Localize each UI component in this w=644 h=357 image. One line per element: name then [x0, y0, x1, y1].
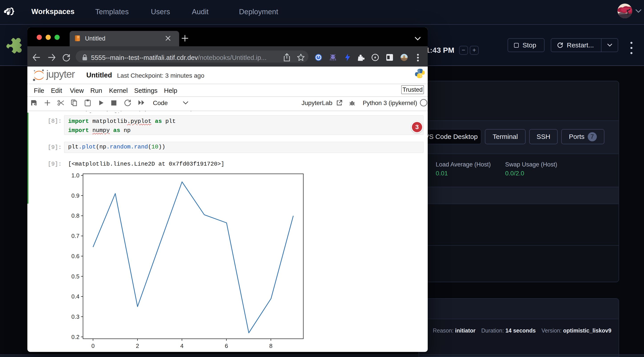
svg-text:0: 0 — [92, 342, 94, 349]
svg-text:0.2: 0.2 — [72, 334, 80, 340]
svg-text:0.7: 0.7 — [72, 232, 80, 239]
svg-text:0.9: 0.9 — [72, 192, 80, 199]
svg-text:1.0: 1.0 — [72, 172, 80, 179]
svg-text:2: 2 — [136, 342, 139, 349]
svg-text:0.5: 0.5 — [72, 273, 80, 280]
svg-text:8: 8 — [269, 342, 272, 349]
svg-text:4: 4 — [180, 342, 183, 349]
svg-text:0.6: 0.6 — [72, 253, 80, 260]
svg-text:6: 6 — [225, 342, 228, 349]
svg-text:0.4: 0.4 — [72, 293, 80, 300]
svg-text:0.3: 0.3 — [72, 314, 80, 320]
svg-text:0.8: 0.8 — [72, 212, 80, 219]
